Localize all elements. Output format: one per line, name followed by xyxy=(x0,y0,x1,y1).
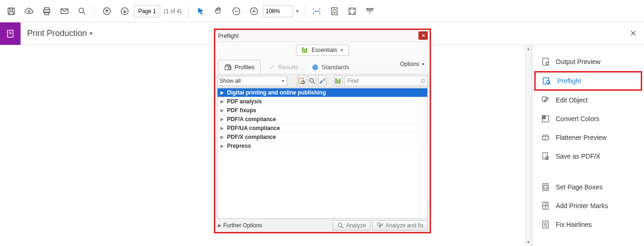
zoom-dropdown-caret[interactable]: ▼ xyxy=(294,9,300,14)
scroll-down-arrow[interactable]: ▼ xyxy=(525,239,531,246)
profile-label: PDF fixups xyxy=(227,107,256,114)
profile-label: PDF/A compliance xyxy=(227,116,276,123)
expand-arrow-icon: ▶ xyxy=(218,223,221,228)
main-area: ▲ ▼ Output Preview Preflight Edit Object xyxy=(0,45,644,246)
filter-dropdown[interactable]: Show all ▼ xyxy=(217,76,287,86)
print-button[interactable] xyxy=(38,3,55,20)
printer-marks-icon xyxy=(541,201,550,210)
task-item-label: Add Printer Marks xyxy=(556,202,608,210)
task-item-label: Edit Object xyxy=(556,96,587,104)
library-filter-button[interactable] xyxy=(334,75,342,87)
page-count-label: (1 of 4) xyxy=(164,8,182,14)
task-item-label: Output Preview xyxy=(556,58,601,65)
task-preflight[interactable]: Preflight xyxy=(534,71,642,91)
task-add-printer-marks[interactable]: Add Printer Marks xyxy=(532,196,644,215)
profile-label: PDF analysis xyxy=(227,98,262,105)
svg-point-38 xyxy=(302,81,304,84)
dialog-close-button[interactable]: ✕ xyxy=(418,31,428,40)
svg-point-7 xyxy=(79,8,84,13)
flattener-preview-icon xyxy=(541,133,550,142)
analyze-and-fix-button[interactable]: Analyze and fix xyxy=(372,220,428,231)
zoom-in-button[interactable] xyxy=(246,3,262,20)
svg-rect-22 xyxy=(542,116,545,119)
cloud-upload-button[interactable] xyxy=(21,3,37,20)
profile-label: Prepress xyxy=(227,143,251,149)
essentials-dropdown[interactable]: Essentials ▼ xyxy=(296,44,349,56)
task-flattener-preview[interactable]: Flattener Preview xyxy=(532,128,644,147)
filter-label: Show all xyxy=(219,78,241,84)
profile-list: ▶ Digital printing and online publishing… xyxy=(217,88,428,219)
svg-marker-36 xyxy=(312,64,318,71)
task-output-preview[interactable]: Output Preview xyxy=(532,52,644,71)
scroll-up-arrow[interactable]: ▲ xyxy=(525,45,531,52)
save-button[interactable] xyxy=(3,3,20,20)
email-button[interactable] xyxy=(56,3,73,20)
task-item-label: Set Page Boxes xyxy=(556,183,602,191)
profile-row-pdfua[interactable]: ▶ PDF/UA compliance xyxy=(218,124,427,133)
chevron-down-icon: ▼ xyxy=(340,48,344,52)
vertical-scrollbar[interactable]: ▲ ▼ xyxy=(525,45,532,246)
task-fix-hairlines[interactable]: Fix Hairlines xyxy=(532,215,644,234)
find-input[interactable] xyxy=(346,78,420,84)
svg-rect-40 xyxy=(335,78,337,84)
dialog-titlebar[interactable]: Preflight ✕ xyxy=(215,30,430,42)
edit-object-icon xyxy=(541,95,550,105)
expand-arrow-icon: ▶ xyxy=(220,117,225,122)
profile-row-pdf-fixups[interactable]: ▶ PDF fixups xyxy=(218,106,427,115)
further-options-toggle[interactable]: ▶ Further Options xyxy=(215,220,331,231)
tab-label: Standards xyxy=(322,64,349,71)
filter-profiles-button[interactable] xyxy=(297,75,305,87)
svg-rect-41 xyxy=(337,80,339,84)
read-mode-button[interactable] xyxy=(361,3,378,20)
filter-fixups-button[interactable] xyxy=(318,75,326,87)
button-label: Analyze xyxy=(346,222,366,229)
svg-rect-18 xyxy=(544,78,549,84)
profile-row-pdfx[interactable]: ▶ PDF/X compliance xyxy=(218,133,427,142)
tool-breadcrumb[interactable]: Print Production ▼ xyxy=(21,29,100,38)
options-menu[interactable]: Options ▼ xyxy=(400,61,425,67)
task-edit-object[interactable]: Edit Object xyxy=(532,91,644,109)
print-production-task-pane: Output Preview Preflight Edit Object Con… xyxy=(532,45,644,246)
chevron-down-icon: ▼ xyxy=(421,62,425,66)
zoom-out-button[interactable] xyxy=(228,3,245,20)
svg-rect-2 xyxy=(9,11,13,14)
profile-row-digital-printing[interactable]: ▶ Digital printing and online publishing xyxy=(218,88,427,97)
print-production-badge-icon xyxy=(0,22,21,45)
tab-profiles[interactable]: Profiles xyxy=(218,60,261,74)
svg-point-39 xyxy=(310,79,313,82)
fit-page-button[interactable] xyxy=(326,3,343,20)
svg-rect-26 xyxy=(543,184,548,191)
profile-row-pdf-analysis[interactable]: ▶ PDF analysis xyxy=(218,97,427,106)
expand-arrow-icon: ▶ xyxy=(220,90,225,95)
close-tool-button[interactable] xyxy=(629,29,637,37)
prev-page-button[interactable] xyxy=(99,3,115,20)
filter-checks-button[interactable] xyxy=(308,75,316,87)
output-preview-icon xyxy=(541,57,550,66)
hand-tool[interactable] xyxy=(210,3,227,20)
fit-width-button[interactable] xyxy=(308,3,325,20)
fullscreen-button[interactable] xyxy=(344,3,361,20)
tab-label: Profiles xyxy=(234,64,255,71)
preflight-dialog: Preflight ✕ Essentials ▼ Profiles Result… xyxy=(214,29,431,233)
next-page-button[interactable] xyxy=(116,3,133,20)
search-button[interactable] xyxy=(74,3,91,20)
options-label: Options xyxy=(400,61,419,67)
expand-arrow-icon: ▶ xyxy=(220,99,225,104)
zoom-input[interactable] xyxy=(263,5,293,17)
profile-row-pdfa[interactable]: ▶ PDF/A compliance xyxy=(218,115,427,124)
analyze-button[interactable]: Analyze xyxy=(333,220,370,231)
task-convert-colors[interactable]: Convert Colors xyxy=(532,109,644,128)
expand-arrow-icon: ▶ xyxy=(220,108,225,113)
page-number-input[interactable] xyxy=(134,5,160,17)
task-item-label: Convert Colors xyxy=(556,115,599,123)
tab-results[interactable]: Results xyxy=(262,60,304,74)
task-save-pdfx[interactable]: Save as PDF/X xyxy=(532,147,644,166)
breadcrumb-label: Print Production xyxy=(27,29,87,38)
task-set-page-boxes[interactable]: Set Page Boxes xyxy=(532,178,644,196)
selection-tool[interactable] xyxy=(192,3,209,20)
clear-find-button[interactable] xyxy=(420,78,426,84)
tab-standards[interactable]: Standards xyxy=(305,60,355,74)
profile-row-prepress[interactable]: ▶ Prepress xyxy=(218,142,427,151)
svg-rect-42 xyxy=(339,79,340,84)
svg-rect-1 xyxy=(10,8,13,10)
